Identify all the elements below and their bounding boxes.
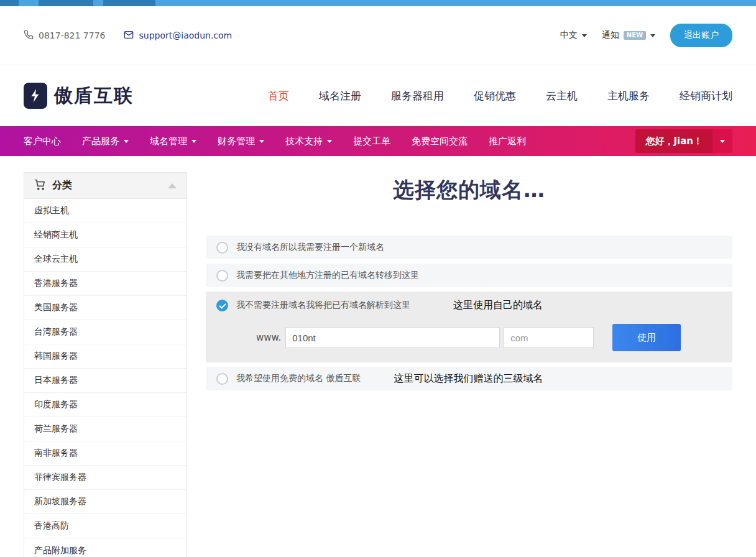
chevron-down-icon bbox=[191, 140, 196, 143]
nav-item-domain-registration[interactable]: 域名注册 bbox=[319, 89, 361, 103]
menu-item-free-space-forum[interactable]: 免费空间交流 bbox=[412, 136, 468, 147]
primary-nav: 首页 域名注册 服务器租用 促销优惠 云主机 主机服务 经销商计划 bbox=[268, 89, 732, 103]
phone-icon bbox=[24, 30, 34, 42]
chevron-down-icon bbox=[259, 140, 264, 143]
sidebar-item-reseller-host[interactable]: 经销商主机 bbox=[24, 223, 187, 247]
domain-form: www. 使用 bbox=[256, 324, 722, 351]
top-strip-segment bbox=[103, 0, 155, 6]
sidebar-item-virtual-host[interactable]: 虚拟主机 bbox=[24, 199, 187, 223]
phone-number: 0817-821 7776 bbox=[39, 30, 105, 40]
sidebar-item-in-server[interactable]: 印度服务器 bbox=[24, 393, 187, 417]
domain-selection-panel: 选择您的域名… 我没有域名所以我需要注册一个新域名 我需要把在其他地方注册的已有… bbox=[206, 172, 732, 395]
option-label: 我没有域名所以我需要注册一个新域名 bbox=[236, 242, 384, 253]
option-use-own-domain-head[interactable]: 我不需要注册域名我将把已有域名解析到这里 这里使用自己的域名 bbox=[216, 292, 722, 319]
radio-unchecked-icon[interactable] bbox=[216, 373, 228, 385]
logo-icon bbox=[24, 83, 47, 109]
menu-item-products[interactable]: 产品服务 bbox=[82, 136, 129, 147]
chevron-down-icon bbox=[124, 140, 129, 143]
logo[interactable]: 傲盾互联 bbox=[24, 83, 134, 109]
greeting-text: 您好，Jian！ bbox=[635, 129, 712, 153]
menu-item-affiliate[interactable]: 推广返利 bbox=[489, 136, 526, 147]
tld-input[interactable] bbox=[504, 327, 594, 348]
nav-item-hosting-services[interactable]: 主机服务 bbox=[607, 89, 650, 103]
logo-nav-bar: 傲盾互联 首页 域名注册 服务器租用 促销优惠 云主机 主机服务 经销商计划 bbox=[0, 65, 756, 126]
nav-item-server-rental[interactable]: 服务器租用 bbox=[391, 89, 444, 103]
menu-item-label: 财务管理 bbox=[218, 136, 255, 147]
option-transfer-domain[interactable]: 我需要把在其他地方注册的已有域名转移到这里 bbox=[206, 264, 732, 287]
menu-item-label: 免费空间交流 bbox=[412, 136, 468, 147]
option-register-new-domain[interactable]: 我没有域名所以我需要注册一个新域名 bbox=[206, 236, 732, 259]
nav-item-cloud-host[interactable]: 云主机 bbox=[546, 89, 578, 103]
category-sidebar: 分类 虚拟主机 经销商主机 全球云主机 香港服务器 美国服务器 台湾服务器 韩国… bbox=[24, 172, 187, 557]
chevron-down-icon bbox=[712, 129, 732, 153]
sidebar-item-global-cloud[interactable]: 全球云主机 bbox=[24, 247, 187, 272]
sidebar-item-hk-server[interactable]: 香港服务器 bbox=[24, 272, 187, 296]
nav-item-home[interactable]: 首页 bbox=[268, 89, 289, 103]
domain-name-input[interactable] bbox=[285, 327, 500, 348]
sidebar-item-za-server[interactable]: 南非服务器 bbox=[24, 441, 187, 466]
email-icon bbox=[124, 30, 134, 42]
menu-item-label: 客户中心 bbox=[24, 136, 61, 147]
option-label: 我不需要注册域名我将把已有域名解析到这里 bbox=[236, 300, 410, 311]
sidebar-item-kr-server[interactable]: 韩国服务器 bbox=[24, 344, 187, 369]
option-use-own-domain: 我不需要注册域名我将把已有域名解析到这里 这里使用自己的域名 www. 使用 bbox=[206, 292, 732, 362]
notifications-label: 通知 bbox=[602, 30, 619, 41]
chevron-down-icon bbox=[650, 34, 655, 37]
radio-unchecked-icon[interactable] bbox=[216, 242, 228, 254]
sidebar-header[interactable]: 分类 bbox=[24, 173, 187, 199]
email-address[interactable]: support@iaodun.com bbox=[139, 30, 232, 40]
radio-unchecked-icon[interactable] bbox=[216, 270, 228, 282]
sidebar-item-jp-server[interactable]: 日本服务器 bbox=[24, 369, 187, 393]
menu-item-support[interactable]: 技术支持 bbox=[285, 136, 332, 147]
logout-button[interactable]: 退出账户 bbox=[670, 24, 732, 47]
option-free-subdomain[interactable]: 我希望使用免费的域名 傲盾互联 这里可以选择我们赠送的三级域名 bbox=[206, 367, 732, 390]
top-strip bbox=[0, 0, 756, 6]
sidebar-title: 分类 bbox=[52, 179, 72, 192]
menu-item-label: 产品服务 bbox=[82, 136, 119, 147]
sidebar-item-tw-server[interactable]: 台湾服务器 bbox=[24, 320, 187, 344]
email-contact[interactable]: support@iaodun.com bbox=[124, 30, 232, 42]
menu-item-label: 提交工单 bbox=[353, 136, 390, 147]
header-actions: 中文 通知 NEW 退出账户 bbox=[560, 24, 732, 47]
option-label: 我希望使用免费的域名 傲盾互联 bbox=[236, 373, 361, 384]
nav-item-promotions[interactable]: 促销优惠 bbox=[474, 89, 516, 103]
phone-contact: 0817-821 7776 bbox=[24, 30, 105, 42]
www-prefix-label: www. bbox=[256, 332, 281, 343]
nav-item-reseller-program[interactable]: 经销商计划 bbox=[680, 89, 732, 103]
cart-icon bbox=[34, 179, 45, 193]
chevron-up-icon[interactable] bbox=[168, 183, 177, 188]
option-label: 我需要把在其他地方注册的已有域名转移到这里 bbox=[236, 270, 419, 281]
sidebar-item-nl-server[interactable]: 荷兰服务器 bbox=[24, 417, 187, 441]
use-domain-button[interactable]: 使用 bbox=[612, 324, 681, 351]
sidebar-item-addon-services[interactable]: 产品附加服务 bbox=[24, 538, 187, 557]
notifications-menu[interactable]: 通知 NEW bbox=[602, 30, 655, 41]
contact-group: 0817-821 7776 support@iaodun.com bbox=[24, 30, 232, 42]
menu-item-billing[interactable]: 财务管理 bbox=[218, 136, 264, 147]
menu-item-submit-ticket[interactable]: 提交工单 bbox=[353, 136, 390, 147]
menu-item-label: 推广返利 bbox=[489, 136, 526, 147]
account-greeting-button[interactable]: 您好，Jian！ bbox=[635, 129, 732, 153]
annotation-own-domain: 这里使用自己的域名 bbox=[453, 299, 543, 312]
chevron-down-icon bbox=[327, 140, 332, 143]
language-selector[interactable]: 中文 bbox=[560, 30, 587, 41]
sidebar-item-us-server[interactable]: 美国服务器 bbox=[24, 296, 187, 320]
menu-item-label: 技术支持 bbox=[285, 136, 323, 147]
radio-checked-icon[interactable] bbox=[216, 300, 228, 311]
annotation-free-subdomain: 这里可以选择我们赠送的三级域名 bbox=[394, 372, 543, 385]
page-title: 选择您的域名… bbox=[206, 176, 732, 205]
menu-item-client-center[interactable]: 客户中心 bbox=[24, 136, 61, 147]
chevron-down-icon bbox=[582, 34, 587, 37]
menu-item-domain-management[interactable]: 域名管理 bbox=[150, 136, 196, 147]
menu-item-label: 域名管理 bbox=[150, 136, 187, 147]
content-area: 分类 虚拟主机 经销商主机 全球云主机 香港服务器 美国服务器 台湾服务器 韩国… bbox=[0, 156, 756, 557]
client-menubar: 客户中心 产品服务 域名管理 财务管理 技术支持 提交工单 免费空间交流 推广返… bbox=[0, 126, 756, 156]
language-label: 中文 bbox=[560, 30, 578, 41]
sidebar-item-sg-server[interactable]: 新加坡服务器 bbox=[24, 490, 187, 514]
sidebar-item-ph-server[interactable]: 菲律宾服务器 bbox=[24, 466, 187, 490]
new-badge: NEW bbox=[624, 31, 646, 40]
logo-text: 傲盾互联 bbox=[54, 83, 134, 109]
sidebar-item-hk-ddos[interactable]: 香港高防 bbox=[24, 514, 187, 538]
top-strip-segment bbox=[39, 0, 93, 6]
top-strip-segment bbox=[0, 0, 19, 6]
utility-header: 0817-821 7776 support@iaodun.com 中文 通知 N… bbox=[0, 6, 756, 65]
